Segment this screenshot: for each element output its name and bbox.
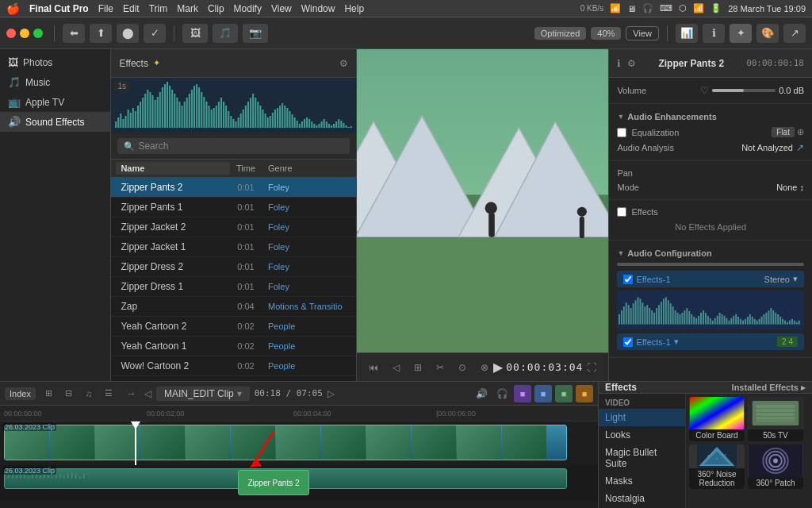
close-btn[interactable] — [6, 29, 16, 38]
tl-grid-btn[interactable]: ■ — [555, 385, 573, 402]
clip-nav-forward[interactable]: ▷ — [327, 388, 335, 399]
analysis-action-icon[interactable]: ↗ — [796, 142, 804, 153]
effects1-ch2-chevron[interactable]: ▾ — [674, 337, 679, 347]
snapshot-btn[interactable]: ⬤ — [117, 24, 139, 43]
file-row-9[interactable]: Wow! Cartoon 2 0:02 People — [111, 356, 356, 376]
menu-trim[interactable]: Trim — [149, 3, 168, 14]
tl-video-btn[interactable]: ■ — [534, 385, 552, 402]
view-btn[interactable]: View — [626, 26, 659, 40]
connect-tool[interactable]: ⊗ — [476, 359, 493, 376]
effect-360noise[interactable]: 360° Noise Reduction — [689, 444, 745, 489]
col-name-header[interactable]: Name — [116, 162, 230, 175]
file-row-10[interactable]: Wow! Cartoon 1 0:02 People — [111, 376, 356, 381]
effects-btn[interactable]: ✦ — [730, 24, 752, 43]
mode-value[interactable]: None ↕ — [776, 183, 804, 192]
photos-btn[interactable]: 📷 — [243, 24, 268, 43]
index-label[interactable]: Index — [5, 387, 36, 400]
file-row-5[interactable]: Zipper Dress 1 0:01 Foley — [111, 277, 356, 297]
effect-50stv[interactable]: 50s TV — [748, 397, 803, 441]
transform-tool[interactable]: ⊞ — [409, 359, 427, 376]
select-tool[interactable]: ⊙ — [454, 359, 471, 376]
menu-help[interactable]: Help — [344, 3, 364, 14]
menu-file[interactable]: File — [98, 3, 113, 14]
fullscreen-btn[interactable]: ⛶ — [583, 359, 600, 376]
menu-modify[interactable]: Modify — [234, 3, 262, 14]
cat-looks[interactable]: Looks — [599, 426, 685, 444]
effects-options-icon[interactable]: ⚙ — [339, 58, 348, 69]
menu-view[interactable]: View — [271, 3, 292, 14]
effect-360patch[interactable]: 360° Patch — [748, 444, 803, 489]
skip-back-btn[interactable]: ⏮ — [365, 359, 382, 376]
search-input-wrap[interactable]: 🔍 — [117, 138, 350, 154]
back-btn[interactable]: ⬅ — [63, 24, 85, 43]
zoom-btn[interactable]: 40% — [591, 27, 621, 40]
eq-checkbox[interactable] — [617, 128, 626, 137]
menu-clip[interactable]: Clip — [208, 3, 224, 14]
info-icon[interactable]: ℹ — [617, 58, 621, 69]
file-row-3[interactable]: Zipper Jacket 1 0:01 Foley — [111, 237, 356, 257]
file-row-6[interactable]: Zap 0:04 Motions & Transitio — [111, 297, 356, 317]
blade-tool[interactable]: ✂ — [431, 359, 449, 376]
effect-color-board[interactable]: Color Board — [689, 397, 745, 441]
timeline-audio-btn[interactable]: ♫ — [80, 385, 98, 402]
menu-window[interactable]: Window — [301, 3, 335, 14]
installed-effects-label[interactable]: Installed Effects ▸ — [732, 383, 806, 393]
maximize-btn[interactable] — [33, 29, 43, 38]
cat-magic-bullet[interactable]: Magic Bullet Suite — [599, 444, 685, 472]
media-browser-btn[interactable]: 🖼 — [182, 24, 208, 43]
file-row-0[interactable]: Zipper Pants 2 0:01 Foley — [111, 178, 356, 198]
apple-menu[interactable]: 🍎 — [6, 2, 20, 15]
file-row-2[interactable]: Zipper Jacket 2 0:01 Foley — [111, 217, 356, 237]
share-btn[interactable]: ↗ — [783, 24, 806, 43]
volume-slider[interactable] — [712, 89, 776, 92]
cat-light[interactable]: Light — [599, 409, 685, 426]
up-btn[interactable]: ⬆ — [90, 24, 112, 43]
timeline-clip-btn[interactable]: ⊟ — [60, 385, 78, 402]
settings-icon[interactable]: ⚙ — [627, 58, 636, 69]
clip-name-display[interactable]: MAIN_EDIT Clip ▾ — [156, 387, 250, 401]
eq-grid-icon[interactable]: ⊕ — [797, 127, 804, 137]
timeline-snap-btn[interactable]: ⊞ — [40, 385, 58, 402]
clip-nav-back[interactable]: ◁ — [144, 388, 151, 399]
audio-config-title[interactable]: Audio Configuration — [617, 245, 804, 261]
color-btn[interactable]: 🎨 — [756, 24, 779, 43]
tl-color-btn[interactable]: ■ — [514, 385, 531, 402]
volume-heart[interactable]: ♡ — [700, 85, 709, 96]
optimized-btn[interactable]: Optimized — [534, 27, 587, 40]
music-btn[interactable]: 🎵 — [213, 24, 238, 43]
timeline-arrow-btn[interactable]: → — [122, 385, 140, 402]
timeline-tracks[interactable]: 26.03.2023 Clip — [0, 421, 598, 508]
tl-audio-btn[interactable]: 🔊 — [473, 385, 490, 402]
search-input[interactable] — [138, 140, 343, 152]
cat-masks[interactable]: Masks — [599, 472, 685, 490]
sidebar-item-music[interactable]: 🎵 Music — [0, 72, 110, 92]
tl-orange-btn[interactable]: ■ — [576, 385, 593, 402]
effects-checkbox[interactable] — [617, 207, 626, 217]
file-row-7[interactable]: Yeah Cartoon 2 0:02 People — [111, 317, 356, 337]
file-row-1[interactable]: Zipper Pants 1 0:01 Foley — [111, 198, 356, 217]
file-row-8[interactable]: Yeah Cartoon 1 0:02 People — [111, 337, 356, 356]
cat-nostalgia[interactable]: Nostalgia — [599, 490, 685, 507]
approve-btn[interactable]: ✓ — [144, 24, 166, 43]
audio-enhancements-title[interactable]: Audio Enhancements — [617, 109, 804, 125]
col-genre-header[interactable]: Genre — [262, 164, 351, 173]
col-time-header[interactable]: Time — [230, 164, 262, 173]
audio-meter-btn[interactable]: 📊 — [676, 24, 698, 43]
menu-edit[interactable]: Edit — [123, 3, 140, 14]
effects1-ch2-checkbox[interactable] — [623, 337, 633, 347]
inspector-btn[interactable]: ℹ — [703, 24, 725, 43]
sidebar-item-soundeffects[interactable]: 🔊 Sound Effects — [0, 112, 110, 132]
effects1-checkbox[interactable] — [623, 275, 633, 284]
timeline-menu-btn[interactable]: ☰ — [100, 385, 117, 402]
minimize-btn[interactable] — [20, 29, 29, 38]
file-row-4[interactable]: Zipper Dress 2 0:01 Foley — [111, 257, 356, 277]
preview-video[interactable] — [357, 49, 608, 352]
svg-rect-17 — [155, 100, 156, 128]
stereo-chevron[interactable]: ▾ — [793, 274, 798, 284]
sidebar-item-photos[interactable]: 🖼 Photos — [0, 52, 110, 72]
sidebar-item-appletv[interactable]: 📺 Apple TV — [0, 92, 110, 112]
prev-frame-btn[interactable]: ◁ — [387, 359, 404, 376]
tl-headphone-btn[interactable]: 🎧 — [493, 385, 511, 402]
menu-mark[interactable]: Mark — [177, 3, 198, 14]
play-btn[interactable]: ▶ — [493, 360, 503, 375]
